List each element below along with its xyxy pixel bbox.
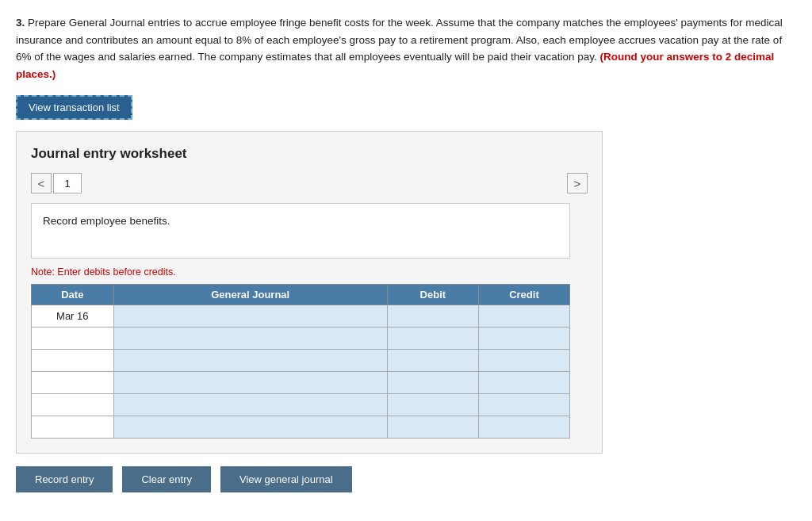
credit-input[interactable] <box>479 372 569 393</box>
credit-input[interactable] <box>479 305 569 327</box>
general-journal-cell[interactable] <box>113 305 387 328</box>
debit-cell[interactable] <box>387 350 478 372</box>
tab-number: 1 <box>53 173 82 193</box>
general-journal-input[interactable] <box>114 328 387 349</box>
general-journal-cell[interactable] <box>113 394 387 416</box>
nav-prev-button[interactable]: < <box>31 173 52 193</box>
header-debit: Debit <box>387 285 478 305</box>
question-text: 3. Prepare General Journal entries to ac… <box>16 14 793 82</box>
nav-next-button[interactable]: > <box>567 173 588 193</box>
view-transaction-button[interactable]: View transaction list <box>16 95 132 120</box>
debit-input[interactable] <box>388 305 478 327</box>
general-journal-cell[interactable] <box>113 350 387 372</box>
date-cell <box>32 372 114 394</box>
credit-input[interactable] <box>479 350 569 371</box>
table-row <box>32 394 570 416</box>
date-cell <box>32 416 114 439</box>
entry-description: Record employee benefits. <box>31 203 570 259</box>
credit-cell[interactable] <box>478 328 569 350</box>
general-journal-input[interactable] <box>114 305 387 327</box>
debit-input[interactable] <box>388 328 478 349</box>
bottom-buttons: Record entry Clear entry View general jo… <box>16 466 603 492</box>
header-credit: Credit <box>478 285 569 305</box>
table-row <box>32 350 570 372</box>
debit-cell[interactable] <box>387 328 478 350</box>
general-journal-cell[interactable] <box>113 416 387 439</box>
general-journal-cell[interactable] <box>113 372 387 394</box>
debit-cell[interactable] <box>387 394 478 416</box>
general-journal-input[interactable] <box>114 394 387 416</box>
table-row <box>32 372 570 394</box>
general-journal-input[interactable] <box>114 416 387 438</box>
credit-cell[interactable] <box>478 350 569 372</box>
general-journal-input[interactable] <box>114 372 387 393</box>
debit-cell[interactable] <box>387 416 478 439</box>
table-row <box>32 328 570 350</box>
credit-cell[interactable] <box>478 416 569 439</box>
date-cell <box>32 350 114 372</box>
date-cell: Mar 16 <box>32 305 114 328</box>
worksheet-title: Journal entry worksheet <box>31 146 588 162</box>
clear-entry-button[interactable]: Clear entry <box>122 466 211 492</box>
header-general-journal: General Journal <box>113 285 387 305</box>
debit-input[interactable] <box>388 394 478 416</box>
note-text: Note: Enter debits before credits. <box>31 266 588 278</box>
general-journal-cell[interactable] <box>113 328 387 350</box>
credit-cell[interactable] <box>478 372 569 394</box>
debit-cell[interactable] <box>387 372 478 394</box>
debit-cell[interactable] <box>387 305 478 328</box>
debit-input[interactable] <box>388 350 478 371</box>
credit-input[interactable] <box>479 328 569 349</box>
table-row <box>32 416 570 439</box>
date-cell <box>32 394 114 416</box>
record-entry-button[interactable]: Record entry <box>16 466 113 492</box>
view-general-journal-button[interactable]: View general journal <box>220 466 352 492</box>
general-journal-input[interactable] <box>114 350 387 371</box>
credit-input[interactable] <box>479 394 569 416</box>
credit-cell[interactable] <box>478 305 569 328</box>
journal-table: Date General Journal Debit Credit Mar 16 <box>31 284 570 439</box>
credit-input[interactable] <box>479 416 569 438</box>
credit-cell[interactable] <box>478 394 569 416</box>
table-row: Mar 16 <box>32 305 570 328</box>
debit-input[interactable] <box>388 372 478 393</box>
debit-input[interactable] <box>388 416 478 438</box>
worksheet-container: Journal entry worksheet < 1 > Record emp… <box>16 131 603 454</box>
header-date: Date <box>32 285 114 305</box>
nav-row: < 1 > <box>31 173 588 193</box>
date-cell <box>32 328 114 350</box>
